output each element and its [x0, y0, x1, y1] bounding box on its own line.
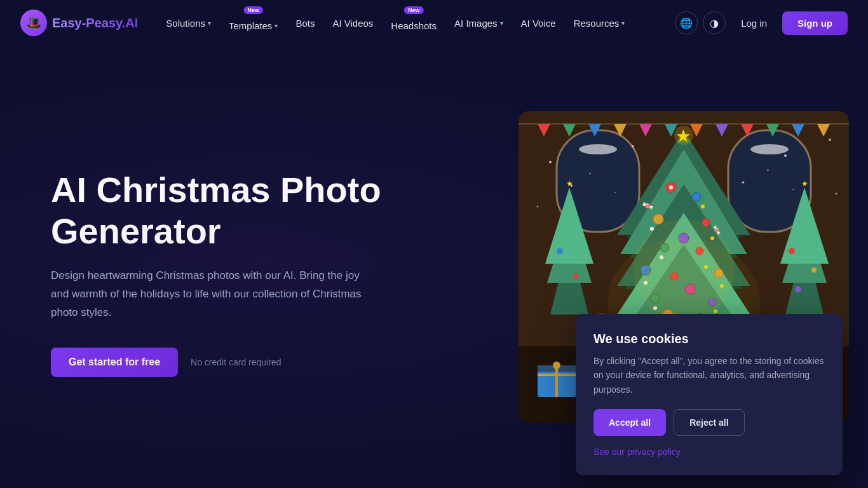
- nav-item-templates[interactable]: New Templates ▾: [221, 10, 285, 36]
- nav-item-solutions[interactable]: Solutions ▾: [158, 13, 219, 34]
- reject-all-button[interactable]: Reject all: [674, 409, 744, 436]
- privacy-policy-link[interactable]: See our privacy policy: [593, 447, 681, 457]
- svg-point-6: [750, 144, 789, 154]
- svg-point-31: [811, 268, 817, 273]
- language-button[interactable]: 🌐: [675, 11, 698, 34]
- nav-item-ai-videos[interactable]: AI Videos: [325, 13, 381, 34]
- svg-point-135: [537, 206, 539, 208]
- svg-text:✦: ✦: [766, 168, 770, 172]
- logo-icon: 🎩: [20, 10, 47, 36]
- logo-text: Easy-Peasy.AI: [52, 16, 138, 30]
- svg-text:✦: ✦: [614, 191, 616, 194]
- svg-point-54: [653, 214, 663, 224]
- get-started-button[interactable]: Get started for free: [51, 348, 178, 377]
- svg-point-130: [633, 219, 735, 321]
- svg-point-53: [692, 193, 701, 201]
- svg-text:✦: ✦: [588, 172, 592, 175]
- svg-point-136: [836, 193, 837, 195]
- headshots-badge: New: [404, 6, 424, 14]
- svg-point-38: [573, 274, 578, 279]
- templates-badge: New: [243, 6, 263, 14]
- hero-cta: Get started for free No credit card requ…: [51, 348, 464, 377]
- svg-point-134: [829, 139, 831, 141]
- chevron-icon: ▾: [275, 22, 278, 29]
- svg-text:★: ★: [801, 179, 808, 188]
- svg-point-124: [553, 362, 560, 369]
- svg-point-32: [795, 286, 801, 292]
- svg-point-132: [632, 145, 634, 147]
- accept-all-button[interactable]: Accept all: [593, 409, 666, 436]
- login-button[interactable]: Log in: [731, 13, 777, 34]
- chevron-icon: ▾: [621, 20, 625, 27]
- hero-subtitle: Design heartwarming Christmas photos wit…: [51, 267, 369, 322]
- logo[interactable]: 🎩 Easy-Peasy.AI: [20, 10, 138, 36]
- chevron-icon: ▾: [500, 20, 503, 27]
- svg-point-71: [701, 205, 705, 208]
- svg-point-51: [674, 126, 693, 145]
- nav-item-resources[interactable]: Resources ▾: [566, 13, 633, 34]
- svg-point-30: [789, 248, 795, 254]
- chevron-icon: ▾: [208, 20, 211, 27]
- svg-point-70: [669, 186, 673, 189]
- svg-point-5: [579, 144, 617, 154]
- nav-item-headshots[interactable]: New Headshots: [383, 10, 444, 36]
- cookie-buttons: Accept all Reject all: [593, 409, 825, 436]
- svg-point-37: [557, 248, 563, 254]
- hero-title: AI Christmas Photo Generator: [51, 170, 464, 252]
- nav-item-ai-voice[interactable]: AI Voice: [513, 13, 564, 34]
- no-credit-card-note: No credit card required: [191, 357, 281, 367]
- signup-button[interactable]: Sign up: [782, 11, 848, 35]
- theme-toggle-button[interactable]: ◑: [703, 11, 726, 34]
- nav-item-ai-images[interactable]: AI Images ▾: [447, 13, 511, 34]
- navbar: 🎩 Easy-Peasy.AI Solutions ▾ New Template…: [0, 0, 868, 46]
- nav-item-bots[interactable]: Bots: [288, 13, 322, 34]
- svg-point-131: [549, 161, 552, 163]
- svg-text:✦: ✦: [741, 180, 745, 186]
- cookie-banner: We use cookies By clicking "Accept all",…: [576, 314, 843, 475]
- svg-text:✦: ✦: [792, 187, 794, 191]
- hero-content: AI Christmas Photo Generator Design hear…: [51, 157, 464, 376]
- cookie-title: We use cookies: [593, 332, 825, 346]
- nav-right: 🌐 ◑ Log in Sign up: [675, 11, 848, 35]
- svg-point-133: [784, 154, 787, 157]
- nav-links: Solutions ▾ New Templates ▾ Bots AI Vide…: [158, 10, 675, 36]
- svg-text:★: ★: [566, 179, 573, 188]
- cookie-text: By clicking "Accept all", you agree to t…: [593, 354, 825, 396]
